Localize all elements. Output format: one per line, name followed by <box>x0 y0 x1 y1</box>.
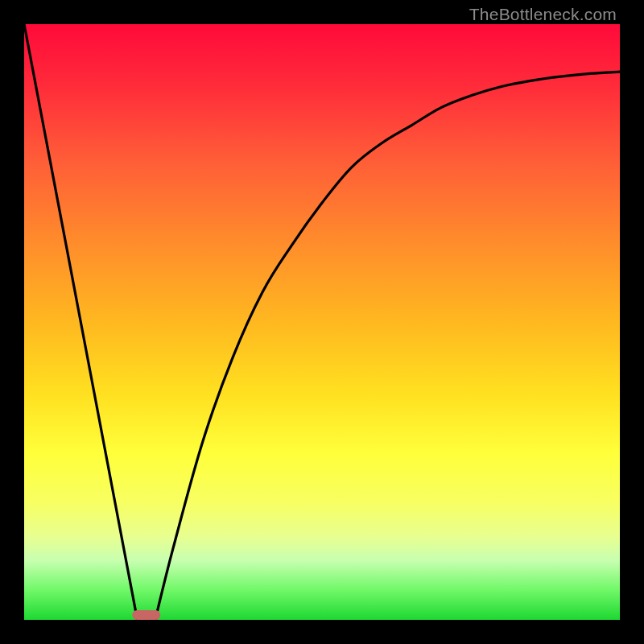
chart-container: TheBottleneck.com <box>0 0 644 644</box>
bottleneck-marker <box>132 610 161 620</box>
curve-layer <box>24 24 620 620</box>
left-slope-line <box>24 24 138 620</box>
brand-watermark: TheBottleneck.com <box>469 5 617 24</box>
plot-area <box>24 24 620 620</box>
right-curve-line <box>155 72 620 620</box>
